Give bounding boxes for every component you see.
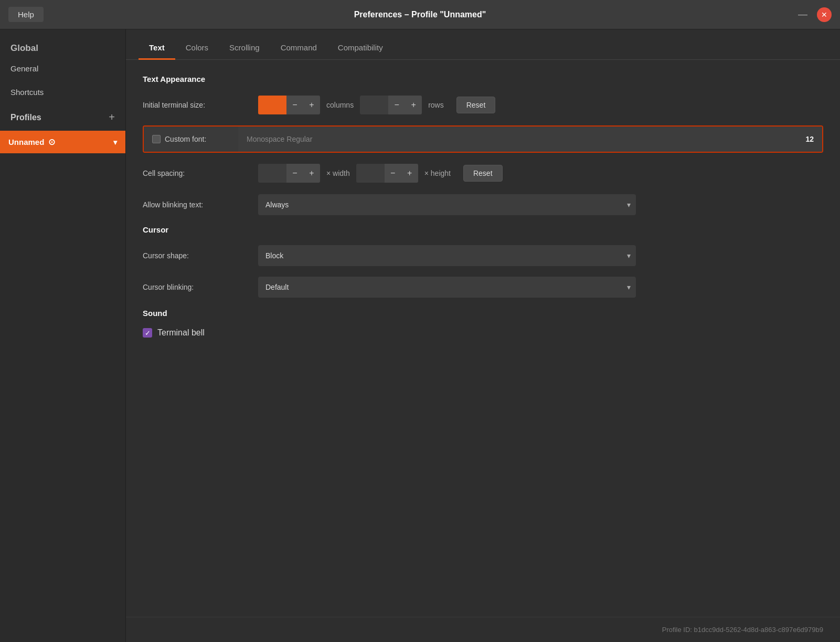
columns-increment-button[interactable]: + — [303, 96, 320, 114]
cursor-shape-dropdown-wrapper: Block IBeam Underline ▾ — [258, 245, 636, 266]
terminal-bell-checkbox[interactable]: ✓ — [143, 328, 152, 338]
columns-unit-label: columns — [326, 101, 354, 109]
cell-width-unit-label: × width — [326, 169, 350, 177]
main-layout: Global General Shortcuts Profiles + Unna… — [0, 29, 840, 642]
sidebar-profiles-label: Profiles — [10, 113, 41, 122]
columns-spinbox: 80 − + — [258, 96, 320, 114]
text-appearance-title: Text Appearance — [143, 75, 823, 83]
titlebar: Help Preferences – Profile "Unnamed" — ✕ — [0, 0, 840, 29]
rows-decrement-button[interactable]: − — [388, 96, 405, 114]
content-area: Text Colors Scrolling Command Compatibil… — [126, 29, 840, 642]
active-profile-check-icon: ⊙ — [48, 137, 55, 147]
rows-spinbox: 24 − + — [360, 96, 422, 114]
terminal-bell-check-icon: ✓ — [145, 329, 151, 337]
tab-colors[interactable]: Colors — [175, 37, 219, 60]
cell-width-decrement-button[interactable]: − — [286, 164, 303, 183]
terminal-bell-row: ✓ Terminal bell — [143, 328, 823, 338]
columns-value-input[interactable]: 80 — [258, 96, 286, 114]
profile-id-text: Profile ID: b1dcc9dd-5262-4d8d-a863-c897… — [662, 626, 823, 634]
tab-text[interactable]: Text — [139, 37, 175, 60]
blinking-text-label: Allow blinking text: — [143, 201, 258, 209]
cell-spacing-reset-button[interactable]: Reset — [463, 165, 503, 182]
custom-font-row: Custom font: Monospace Regular 12 — [143, 125, 823, 153]
blinking-dropdown-wrapper: Always Never Default ▾ — [258, 194, 636, 215]
cell-width-spinbox: 1.00 − + — [258, 164, 320, 183]
sidebar-profiles-row: Profiles + — [0, 104, 125, 131]
blinking-text-select[interactable]: Always Never Default — [258, 194, 636, 215]
initial-size-label: Initial terminal size: — [143, 101, 258, 109]
initial-size-row: Initial terminal size: 80 − + columns 24… — [143, 94, 823, 116]
global-section-label: Global — [0, 36, 125, 57]
cursor-shape-label: Cursor shape: — [143, 251, 258, 260]
terminal-size-reset-button[interactable]: Reset — [456, 97, 496, 113]
custom-font-checkbox[interactable] — [152, 135, 161, 143]
rows-increment-button[interactable]: + — [405, 96, 422, 114]
cell-height-increment-button[interactable]: + — [401, 164, 418, 183]
cell-height-value-input[interactable]: 1.00 — [356, 164, 385, 183]
cursor-shape-row: Cursor shape: Block IBeam Underline ▾ — [143, 245, 823, 267]
active-profile-name: Unnamed — [8, 138, 44, 146]
font-checkbox-section: Custom font: — [144, 127, 238, 152]
font-name-label: Monospace Regular — [247, 135, 312, 143]
window-controls: — ✕ — [794, 7, 832, 22]
window-title: Preferences – Profile "Unnamed" — [354, 10, 486, 19]
profile-id-footer: Profile ID: b1dcc9dd-5262-4d8d-a863-c897… — [126, 617, 840, 642]
columns-decrement-button[interactable]: − — [286, 96, 303, 114]
sidebar: Global General Shortcuts Profiles + Unna… — [0, 29, 126, 642]
active-profile-arrow-icon: ▾ — [113, 138, 117, 146]
sound-section-title: Sound — [143, 309, 823, 318]
font-size-value: 12 — [805, 135, 814, 143]
sidebar-active-profile[interactable]: Unnamed ⊙ ▾ — [0, 131, 125, 153]
cell-spacing-label: Cell spacing: — [143, 169, 258, 177]
rows-unit-label: rows — [428, 101, 444, 109]
settings-content: Text Appearance Initial terminal size: 8… — [126, 60, 840, 617]
cell-spacing-row: Cell spacing: 1.00 − + × width 1.00 − + … — [143, 162, 823, 184]
font-display[interactable]: Monospace Regular 12 — [238, 127, 822, 152]
blinking-text-row: Allow blinking text: Always Never Defaul… — [143, 194, 823, 216]
cursor-blinking-row: Cursor blinking: Default On Off ▾ — [143, 276, 823, 298]
tab-compatibility[interactable]: Compatibility — [327, 37, 394, 60]
custom-font-label: Custom font: — [165, 135, 206, 143]
terminal-bell-label: Terminal bell — [157, 328, 205, 338]
sidebar-item-shortcuts[interactable]: Shortcuts — [0, 80, 125, 104]
tab-scrolling[interactable]: Scrolling — [219, 37, 270, 60]
sidebar-item-general[interactable]: General — [0, 57, 125, 80]
tabs-bar: Text Colors Scrolling Command Compatibil… — [126, 29, 840, 60]
cell-height-decrement-button[interactable]: − — [385, 164, 401, 183]
add-profile-button[interactable]: + — [109, 111, 115, 123]
help-button[interactable]: Help — [8, 7, 44, 22]
cell-height-spinbox: 1.00 − + — [356, 164, 418, 183]
tab-command[interactable]: Command — [270, 37, 327, 60]
minimize-button[interactable]: — — [794, 7, 812, 22]
cursor-blinking-select[interactable]: Default On Off — [258, 277, 636, 298]
cell-width-value-input[interactable]: 1.00 — [258, 164, 286, 183]
cursor-blinking-dropdown-wrapper: Default On Off ▾ — [258, 277, 636, 298]
cursor-section-title: Cursor — [143, 225, 823, 234]
close-button[interactable]: ✕ — [817, 7, 832, 22]
cell-width-increment-button[interactable]: + — [303, 164, 320, 183]
cell-height-unit-label: × height — [424, 169, 451, 177]
cursor-blinking-label: Cursor blinking: — [143, 283, 258, 291]
rows-value-input[interactable]: 24 — [360, 96, 388, 114]
cursor-shape-select[interactable]: Block IBeam Underline — [258, 245, 636, 266]
